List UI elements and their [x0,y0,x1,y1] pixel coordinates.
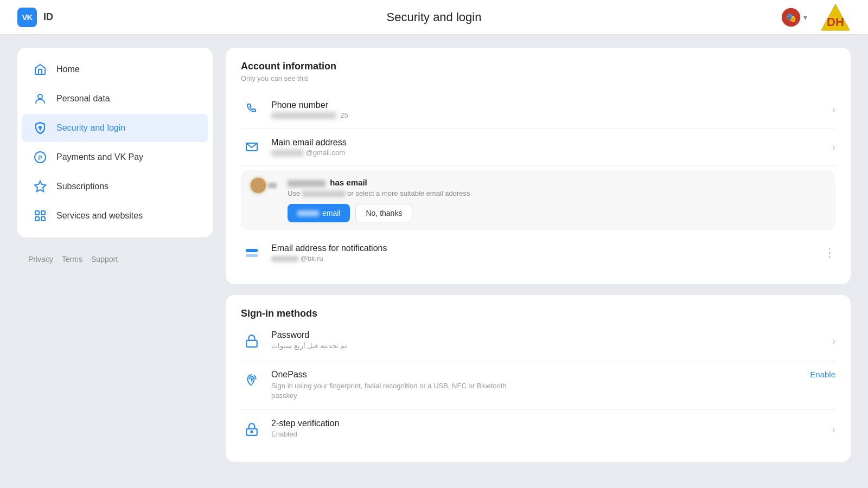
header-right: 🎭 ▾ DH [777,3,851,31]
password-item[interactable]: Password تم تحديثه قبل أربع سنوات › [241,322,835,361]
two-step-arrow: › [832,424,835,435]
svg-point-14 [251,378,252,380]
sign-in-title: Sign-in methods [241,308,835,319]
onepass-enable[interactable]: Enable [810,370,835,379]
email-button[interactable]: email [288,204,350,222]
sidebar-item-security[interactable]: Security and login [22,114,208,142]
svg-text:DH: DH [827,15,844,29]
main-email-title: Main email address [271,138,832,147]
sidebar-item-services-label: Services and websites [56,211,143,221]
notif-email-title: Email address for notifications [271,243,824,253]
person-icon [33,91,48,106]
two-step-item[interactable]: 2-step verification Enabled › [241,410,835,449]
phone-arrow: › [832,104,835,115]
svg-rect-11 [41,217,45,221]
main-email-body: Main email address @gmail.com [271,138,832,157]
notif-email-icon [241,242,263,264]
banner-avatar-group [251,178,281,193]
phone-title: Phone number [271,100,832,110]
privacy-link[interactable]: Privacy [28,255,53,264]
email-main-icon [241,136,263,158]
phone-icon [241,99,263,120]
password-arrow: › [832,336,835,347]
banner-body: has email Use or select a more suitable … [288,178,826,222]
phone-number-item[interactable]: Phone number 25 › [241,91,835,129]
banner-actions: email No, thanks [288,204,826,222]
svg-rect-8 [35,211,39,215]
sidebar-footer: Privacy Terms Support [17,246,213,264]
header: VK ID Security and login 🎭 ▾ DH [0,0,868,35]
shield-icon [33,120,48,136]
email-banner: has email Use or select a more suitable … [241,170,835,230]
svg-rect-10 [35,217,39,221]
svg-point-4 [38,94,42,99]
home-icon [33,62,48,77]
terms-link[interactable]: Terms [62,255,82,264]
onepass-body: OnePass Sign in using your fingerprint, … [271,370,810,401]
sign-in-card: Sign-in methods Password تم تحديثه قبل أ… [226,295,851,462]
decline-button[interactable]: No, thanks [355,204,412,222]
two-step-sub: Enabled [271,430,832,438]
banner-avatar-main [251,178,266,193]
notif-email-body: Email address for notifications @bk.ru [271,243,824,262]
two-step-icon [241,419,263,440]
svg-rect-9 [41,211,45,215]
support-link[interactable]: Support [91,255,118,264]
password-body: Password تم تحديثه قبل أربع سنوات [271,330,832,350]
sidebar-item-payments[interactable]: P Payments and VK Pay [22,143,208,171]
logo-area: VK ID [17,8,53,27]
sidebar-item-security-label: Security and login [56,123,125,133]
svg-text:P: P [38,155,42,161]
header-chevron: ▾ [803,13,807,22]
logo-id-text: ID [43,11,53,23]
banner-title: has email [288,178,826,187]
notif-email-value: @bk.ru [271,254,824,262]
account-info-sub: Only you can see this [241,74,835,82]
account-info-title: Account information [241,61,835,72]
onepass-item[interactable]: OnePass Sign in using your fingerprint, … [241,361,835,410]
password-sub: تم تحديثه قبل أربع سنوات [271,342,832,350]
onepass-title: OnePass [271,370,810,380]
avatar-icon: 🎭 [782,8,800,27]
two-step-body: 2-step verification Enabled [271,419,832,438]
password-icon [241,330,263,352]
avatar-button[interactable]: 🎭 ▾ [777,6,812,29]
two-step-title: 2-step verification [271,419,832,428]
page-layout: Home Personal data [0,35,868,488]
onepass-sub: Sign in using your fingerprint, facial r… [271,381,532,401]
notif-email-menu[interactable]: ⋮ [824,246,835,260]
sidebar: Home Personal data [17,48,213,475]
services-icon [33,208,48,223]
dh-logo: DH [820,3,851,31]
svg-point-16 [251,431,252,433]
main-content: Account information Only you can see thi… [226,48,851,475]
sidebar-item-payments-label: Payments and VK Pay [56,152,143,162]
svg-text:🎭: 🎭 [786,12,796,23]
account-info-card: Account information Only you can see thi… [226,48,851,284]
user-avatar: 🎭 [782,8,800,27]
fingerprint-icon [241,370,263,391]
payment-icon: P [33,150,48,165]
phone-value: 25 [271,111,832,119]
main-email-value: @gmail.com [271,149,832,157]
notification-email-item[interactable]: Email address for notifications @bk.ru ⋮ [241,234,835,271]
phone-body: Phone number 25 [271,100,832,119]
main-email-arrow: › [832,142,835,153]
banner-subtitle: Use or select a more suitable email addr… [288,189,826,197]
sidebar-item-subscriptions-label: Subscriptions [56,182,108,191]
sidebar-item-personal-data[interactable]: Personal data [22,85,208,113]
sidebar-item-home[interactable]: Home [22,55,208,84]
main-email-item[interactable]: Main email address @gmail.com › [241,129,835,166]
sidebar-item-subscriptions[interactable]: Subscriptions [22,172,208,201]
sidebar-item-personal-label: Personal data [56,94,110,104]
dh-logo-svg: DH [820,3,851,31]
vk-logo-text: VK [22,12,33,22]
password-title: Password [271,330,832,340]
header-title: Security and login [387,10,482,24]
sidebar-card: Home Personal data [17,48,213,237]
vk-logo-box: VK [17,8,37,27]
sidebar-item-home-label: Home [56,65,80,74]
sidebar-item-services[interactable]: Services and websites [22,202,208,230]
subscriptions-icon [33,179,48,194]
svg-rect-13 [246,341,257,347]
